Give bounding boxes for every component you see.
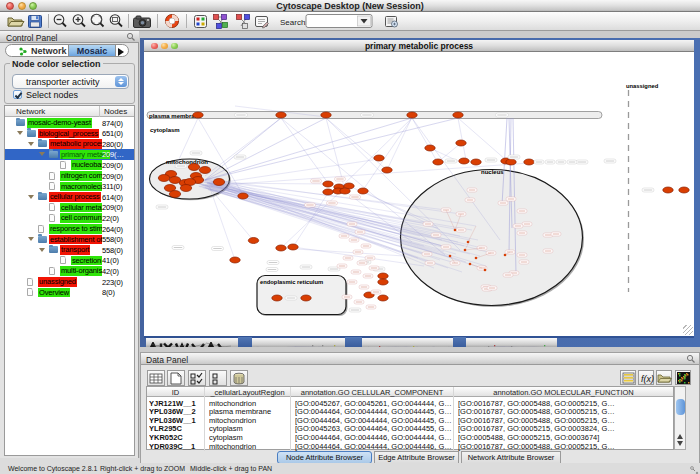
svg-text:f(x): f(x) [641,374,654,384]
